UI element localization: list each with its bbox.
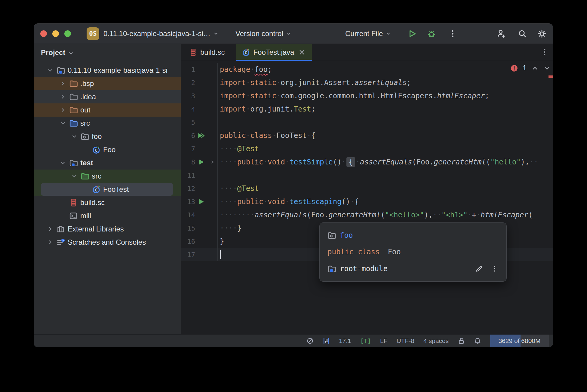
caret-position-widget[interactable]: 17:1 <box>339 337 351 345</box>
tree-item-foo[interactable]: foo <box>34 130 181 143</box>
search-icon[interactable] <box>518 29 527 38</box>
vcs-widget[interactable]: Version control <box>235 24 291 44</box>
code-text[interactable]: import·static·com.google.common.html.Htm… <box>217 89 489 103</box>
indent-widget[interactable]: 4 spaces <box>423 337 449 345</box>
code-line-14[interactable]: 14········assertEquals(Foo.generateHtml(… <box>181 208 553 222</box>
code-text[interactable]: package·foo; <box>217 63 272 76</box>
window-minimize-button[interactable] <box>52 30 59 37</box>
run-gutter-icon[interactable] <box>198 158 210 166</box>
tree-item-0-11-10-example-basicjava-1-si[interactable]: 0.11.10-example-basicjava-1-si <box>34 64 181 77</box>
run-gutter-icon[interactable] <box>198 198 210 206</box>
chevron-down-icon[interactable] <box>68 173 81 179</box>
edit-pencil-icon[interactable] <box>475 265 483 273</box>
lock-open-icon[interactable] <box>458 337 465 345</box>
translation-widget[interactable]: [T] <box>360 337 371 345</box>
fold-spacer <box>210 199 215 205</box>
tree-item-mill[interactable]: mill <box>34 209 181 222</box>
tree-item-foo[interactable]: CFoo <box>34 143 181 156</box>
encoding-widget[interactable]: UTF-8 <box>396 337 414 345</box>
more-icon[interactable] <box>448 29 457 38</box>
chevron-right-icon[interactable] <box>57 80 69 87</box>
tree-item-bsp[interactable]: .bsp <box>34 77 181 90</box>
code-text[interactable]: public·class·FooTest·{ <box>217 129 315 142</box>
code-text[interactable]: ····} <box>217 222 241 235</box>
code-line-4[interactable]: 4import·org.junit.Test; <box>181 103 553 116</box>
code-line-2[interactable]: 2import·static·org.junit.Assert.assertEq… <box>181 76 553 89</box>
tree-item-footest[interactable]: CFooTest <box>34 183 181 196</box>
code-line-7[interactable]: 7····@Test <box>181 142 553 155</box>
line-number: 15 <box>181 225 195 232</box>
fold-marker-icon[interactable] <box>210 159 215 165</box>
code-text[interactable]: import·org.junit.Test; <box>217 103 315 116</box>
editor-tab-build-sc[interactable]: build.sc <box>183 44 231 61</box>
tree-item-src[interactable]: src <box>34 117 181 130</box>
code-text[interactable]: import·static·org.junit.Assert.assertEqu… <box>217 76 411 89</box>
highlighting-level-icon[interactable] <box>306 337 314 345</box>
popup-package-row[interactable]: foo <box>327 231 499 240</box>
chevron-right-icon[interactable] <box>57 93 69 100</box>
popup-package-name[interactable]: foo <box>340 231 353 240</box>
run-all-gutter-icon[interactable] <box>198 132 210 139</box>
code-text[interactable] <box>217 116 220 129</box>
code-line-11[interactable]: 11 <box>181 169 553 182</box>
code-text[interactable]: ····@Test <box>217 182 259 195</box>
tree-item-idea[interactable]: .idea <box>34 90 181 103</box>
popup-module-row[interactable]: root-module <box>327 265 499 273</box>
code-text[interactable] <box>217 169 220 182</box>
code-with-me-icon[interactable] <box>497 29 506 38</box>
code-line-8[interactable]: 8····public·void·testSimple()·{·assertEq… <box>181 155 553 169</box>
next-problem-chevron-down-icon[interactable] <box>543 65 551 72</box>
code-text[interactable]: ····@Test <box>217 142 259 155</box>
module-folder-icon <box>327 265 336 273</box>
test-folder-icon <box>81 172 89 180</box>
line-number: 16 <box>181 238 195 245</box>
code-text[interactable]: ····public·void·testSimple()·{·assertEqu… <box>217 155 538 169</box>
chevron-spacer <box>79 146 92 153</box>
chevron-right-icon[interactable] <box>44 239 57 246</box>
debug-icon[interactable] <box>427 29 436 38</box>
tree-item-build-sc[interactable]: build.sc <box>34 196 181 209</box>
line-separator-widget[interactable]: LF <box>380 337 388 345</box>
editor-tab-footest-java[interactable]: CFooTest.java <box>236 44 312 61</box>
code-line-6[interactable]: 6public·class·FooTest·{ <box>181 129 553 142</box>
window-close-button[interactable] <box>40 30 47 37</box>
column-selection-icon[interactable] <box>323 337 330 345</box>
code-text[interactable]: } <box>217 235 224 248</box>
code-editor[interactable]: 1package·foo;2import·static·org.junit.As… <box>181 61 553 334</box>
tab-close-icon[interactable] <box>298 48 306 56</box>
chevron-down-icon[interactable] <box>68 133 81 140</box>
run-configuration-selector[interactable]: Current File <box>345 24 391 44</box>
code-line-1[interactable]: 1package·foo; <box>181 63 553 76</box>
chevron-down-icon[interactable] <box>57 160 69 166</box>
tree-item-src[interactable]: src <box>34 170 181 183</box>
window-zoom-button[interactable] <box>64 30 71 37</box>
project-panel-header[interactable]: Project <box>34 44 181 61</box>
code-text[interactable]: ········assertEquals(Foo.generateHtml("<… <box>217 208 533 222</box>
chevron-down-icon[interactable] <box>44 67 57 74</box>
chevron-right-icon[interactable] <box>44 226 57 232</box>
previous-problem-chevron-up-icon[interactable] <box>531 65 539 72</box>
project-selector[interactable]: 0.11.10-example-basicjava-1-si… <box>103 24 219 44</box>
inspections-widget[interactable]: 1 <box>511 64 551 72</box>
code-line-13[interactable]: 13····public·void·testEscaping()·{ <box>181 195 553 208</box>
code-line-12[interactable]: 12····@Test <box>181 182 553 195</box>
run-icon[interactable] <box>407 29 416 38</box>
excluded-folder-icon <box>69 79 78 88</box>
tree-item-external-libraries[interactable]: External Libraries <box>34 222 181 236</box>
tab-options-kebab-icon[interactable] <box>540 48 549 56</box>
code-line-3[interactable]: 3import·static·com.google.common.html.Ht… <box>181 89 553 103</box>
memory-indicator[interactable]: 3629 of 6800M <box>490 335 549 347</box>
code-text[interactable]: ····public·void·testEscaping()·{ <box>217 195 359 208</box>
tree-item-scratches-and-consoles[interactable]: Scratches and Consoles <box>34 236 181 249</box>
notifications-bell-icon[interactable] <box>474 337 481 345</box>
project-tree: 0.11.10-example-basicjava-1-si.bsp.ideao… <box>34 61 181 249</box>
chevron-down-icon[interactable] <box>57 120 69 127</box>
tree-item-test[interactable]: test <box>34 156 181 170</box>
settings-icon[interactable] <box>537 29 546 38</box>
more-kebab-icon[interactable] <box>491 265 499 273</box>
code-text[interactable] <box>217 248 221 261</box>
error-stripe-marker[interactable] <box>549 75 553 78</box>
code-line-5[interactable]: 5 <box>181 116 553 129</box>
tree-item-out[interactable]: out <box>34 103 181 117</box>
chevron-right-icon[interactable] <box>57 107 69 113</box>
